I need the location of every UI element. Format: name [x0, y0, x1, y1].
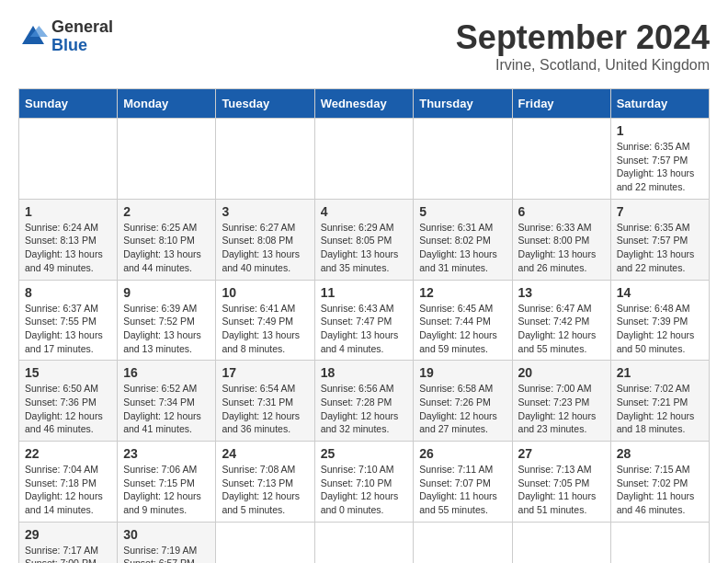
weekday-header-row: SundayMondayTuesdayWednesdayThursdayFrid… — [19, 89, 710, 119]
day-number: 14 — [617, 285, 703, 300]
calendar-cell: 26Sunrise: 7:11 AM Sunset: 7:07 PM Dayli… — [414, 442, 512, 523]
calendar-cell — [314, 119, 414, 200]
calendar-cell: 19Sunrise: 6:58 AM Sunset: 7:26 PM Dayli… — [414, 361, 512, 442]
day-number: 10 — [222, 285, 308, 300]
day-number: 8 — [25, 285, 111, 300]
calendar-cell — [216, 522, 314, 563]
calendar-cell — [19, 119, 118, 200]
day-number: 22 — [25, 446, 111, 461]
logo-blue: Blue — [51, 37, 113, 55]
day-info: Sunrise: 6:31 AM Sunset: 8:02 PM Dayligh… — [419, 221, 506, 275]
day-number: 17 — [222, 365, 308, 380]
logo-text: General Blue — [51, 18, 113, 55]
day-info: Sunrise: 6:54 AM Sunset: 7:31 PM Dayligh… — [222, 382, 308, 436]
calendar-cell: 22Sunrise: 7:04 AM Sunset: 7:18 PM Dayli… — [19, 442, 118, 523]
day-info: Sunrise: 6:27 AM Sunset: 8:08 PM Dayligh… — [222, 221, 308, 275]
weekday-header: Wednesday — [314, 89, 414, 119]
calendar-cell: 3Sunrise: 6:27 AM Sunset: 8:08 PM Daylig… — [216, 199, 314, 280]
day-number: 9 — [123, 285, 210, 300]
calendar-week-row: 22Sunrise: 7:04 AM Sunset: 7:18 PM Dayli… — [19, 442, 710, 523]
day-info: Sunrise: 7:00 AM Sunset: 7:23 PM Dayligh… — [518, 382, 605, 436]
day-number: 5 — [419, 204, 506, 219]
weekday-header: Saturday — [610, 89, 709, 119]
day-number: 1 — [25, 204, 111, 219]
calendar-cell — [118, 119, 216, 200]
calendar-cell: 9Sunrise: 6:39 AM Sunset: 7:52 PM Daylig… — [118, 280, 216, 361]
weekday-header: Friday — [512, 89, 610, 119]
calendar-cell: 29Sunrise: 7:17 AM Sunset: 7:00 PM Dayli… — [19, 522, 118, 563]
calendar-cell — [610, 522, 709, 563]
calendar-week-row: 15Sunrise: 6:50 AM Sunset: 7:36 PM Dayli… — [19, 361, 710, 442]
calendar-cell — [512, 119, 610, 200]
day-info: Sunrise: 7:13 AM Sunset: 7:05 PM Dayligh… — [518, 463, 605, 517]
day-info: Sunrise: 6:48 AM Sunset: 7:39 PM Dayligh… — [617, 302, 703, 356]
day-info: Sunrise: 6:24 AM Sunset: 8:13 PM Dayligh… — [25, 221, 111, 275]
day-info: Sunrise: 7:04 AM Sunset: 7:18 PM Dayligh… — [25, 463, 111, 517]
calendar-cell: 12Sunrise: 6:45 AM Sunset: 7:44 PM Dayli… — [414, 280, 512, 361]
calendar-cell: 30Sunrise: 7:19 AM Sunset: 6:57 PM Dayli… — [118, 522, 216, 563]
day-number: 15 — [25, 365, 111, 380]
day-info: Sunrise: 6:52 AM Sunset: 7:34 PM Dayligh… — [123, 382, 210, 436]
calendar-cell — [512, 522, 610, 563]
calendar-cell: 25Sunrise: 7:10 AM Sunset: 7:10 PM Dayli… — [314, 442, 414, 523]
calendar-cell — [414, 522, 512, 563]
day-info: Sunrise: 7:11 AM Sunset: 7:07 PM Dayligh… — [419, 463, 506, 517]
day-number: 6 — [518, 204, 605, 219]
calendar-cell: 5Sunrise: 6:31 AM Sunset: 8:02 PM Daylig… — [414, 199, 512, 280]
header: General Blue September 2024 Irvine, Scot… — [18, 18, 710, 74]
location-subtitle: Irvine, Scotland, United Kingdom — [456, 57, 710, 74]
month-title: September 2024 — [456, 18, 710, 57]
calendar-cell: 16Sunrise: 6:52 AM Sunset: 7:34 PM Dayli… — [118, 361, 216, 442]
weekday-header: Tuesday — [216, 89, 314, 119]
day-number: 3 — [222, 204, 308, 219]
calendar-cell: 15Sunrise: 6:50 AM Sunset: 7:36 PM Dayli… — [19, 361, 118, 442]
calendar-cell: 17Sunrise: 6:54 AM Sunset: 7:31 PM Dayli… — [216, 361, 314, 442]
day-info: Sunrise: 7:02 AM Sunset: 7:21 PM Dayligh… — [617, 382, 703, 436]
calendar-cell — [314, 522, 414, 563]
day-number: 13 — [518, 285, 605, 300]
calendar-week-row: 1Sunrise: 6:35 AM Sunset: 7:57 PM Daylig… — [19, 119, 710, 200]
day-info: Sunrise: 6:33 AM Sunset: 8:00 PM Dayligh… — [518, 221, 605, 275]
day-info: Sunrise: 7:10 AM Sunset: 7:10 PM Dayligh… — [321, 463, 408, 517]
calendar-cell: 20Sunrise: 7:00 AM Sunset: 7:23 PM Dayli… — [512, 361, 610, 442]
calendar-cell: 11Sunrise: 6:43 AM Sunset: 7:47 PM Dayli… — [314, 280, 414, 361]
weekday-header: Sunday — [19, 89, 118, 119]
calendar-week-row: 29Sunrise: 7:17 AM Sunset: 7:00 PM Dayli… — [19, 522, 710, 563]
logo-general: General — [51, 18, 113, 37]
calendar-cell: 27Sunrise: 7:13 AM Sunset: 7:05 PM Dayli… — [512, 442, 610, 523]
day-info: Sunrise: 6:56 AM Sunset: 7:28 PM Dayligh… — [321, 382, 408, 436]
day-number: 26 — [419, 446, 506, 461]
day-info: Sunrise: 7:08 AM Sunset: 7:13 PM Dayligh… — [222, 463, 308, 517]
day-info: Sunrise: 6:50 AM Sunset: 7:36 PM Dayligh… — [25, 382, 111, 436]
calendar-cell: 13Sunrise: 6:47 AM Sunset: 7:42 PM Dayli… — [512, 280, 610, 361]
calendar-cell: 21Sunrise: 7:02 AM Sunset: 7:21 PM Dayli… — [610, 361, 709, 442]
day-number: 1 — [617, 123, 703, 138]
day-number: 7 — [617, 204, 703, 219]
title-section: September 2024 Irvine, Scotland, United … — [456, 18, 710, 74]
calendar-cell: 24Sunrise: 7:08 AM Sunset: 7:13 PM Dayli… — [216, 442, 314, 523]
calendar-cell: 4Sunrise: 6:29 AM Sunset: 8:05 PM Daylig… — [314, 199, 414, 280]
day-info: Sunrise: 7:15 AM Sunset: 7:02 PM Dayligh… — [617, 463, 703, 517]
day-info: Sunrise: 6:25 AM Sunset: 8:10 PM Dayligh… — [123, 221, 210, 275]
calendar-week-row: 1Sunrise: 6:24 AM Sunset: 8:13 PM Daylig… — [19, 199, 710, 280]
day-number: 30 — [123, 527, 210, 542]
calendar-cell: 8Sunrise: 6:37 AM Sunset: 7:55 PM Daylig… — [19, 280, 118, 361]
calendar-cell: 18Sunrise: 6:56 AM Sunset: 7:28 PM Dayli… — [314, 361, 414, 442]
day-number: 2 — [123, 204, 210, 219]
calendar-table: SundayMondayTuesdayWednesdayThursdayFrid… — [18, 88, 710, 563]
day-info: Sunrise: 6:35 AM Sunset: 7:57 PM Dayligh… — [617, 140, 703, 194]
day-number: 19 — [419, 365, 506, 380]
day-number: 18 — [321, 365, 408, 380]
day-info: Sunrise: 6:58 AM Sunset: 7:26 PM Dayligh… — [419, 382, 506, 436]
calendar-cell: 6Sunrise: 6:33 AM Sunset: 8:00 PM Daylig… — [512, 199, 610, 280]
day-info: Sunrise: 6:45 AM Sunset: 7:44 PM Dayligh… — [419, 302, 506, 356]
day-info: Sunrise: 7:06 AM Sunset: 7:15 PM Dayligh… — [123, 463, 210, 517]
day-info: Sunrise: 6:39 AM Sunset: 7:52 PM Dayligh… — [123, 302, 210, 356]
calendar-cell: 7Sunrise: 6:35 AM Sunset: 7:57 PM Daylig… — [610, 199, 709, 280]
calendar-cell: 10Sunrise: 6:41 AM Sunset: 7:49 PM Dayli… — [216, 280, 314, 361]
day-number: 21 — [617, 365, 703, 380]
calendar-cell — [216, 119, 314, 200]
calendar-cell: 1Sunrise: 6:35 AM Sunset: 7:57 PM Daylig… — [610, 119, 709, 200]
day-info: Sunrise: 6:41 AM Sunset: 7:49 PM Dayligh… — [222, 302, 308, 356]
day-info: Sunrise: 6:37 AM Sunset: 7:55 PM Dayligh… — [25, 302, 111, 356]
